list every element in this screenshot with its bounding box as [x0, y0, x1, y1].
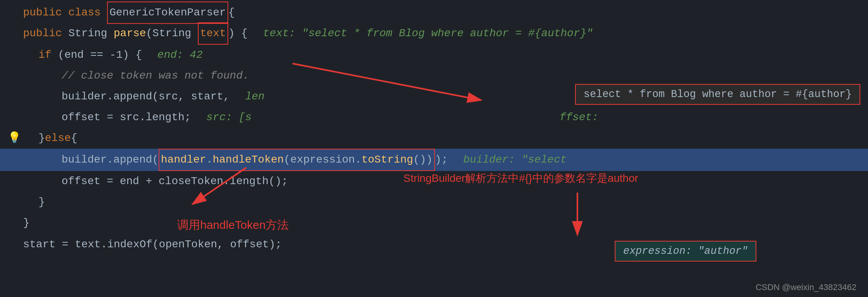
- paren-open: (String: [146, 23, 197, 44]
- code-line-3: if (end == -1) { end: 42: [0, 45, 868, 65]
- code-line-2: public String parse (String text ) { tex…: [0, 22, 868, 45]
- code-line-10: }: [0, 192, 868, 213]
- close-brace2: }: [23, 213, 30, 233]
- to-string: toString: [361, 154, 413, 166]
- offset-suffix: ffset:: [560, 107, 599, 128]
- code-line-7: 💡 } else {: [0, 128, 868, 149]
- code-line-4: // close token was not found.: [0, 65, 868, 86]
- class-open: {: [228, 2, 235, 23]
- line5-comment: len: [245, 86, 264, 107]
- dot2: .: [355, 154, 361, 166]
- if-cond: (end == -1) {: [52, 45, 142, 65]
- start-text: start = text.indexOf(openToken, offset);: [23, 234, 282, 255]
- dot1: .: [206, 154, 213, 166]
- offset-src: offset = src.length;: [62, 107, 191, 128]
- param-text-box: text: [198, 22, 228, 45]
- builder-append: builder.append(src, start,: [62, 86, 230, 107]
- code-line-1: public class GenericTokenParser {: [0, 0, 868, 22]
- expr-call: (expression: [284, 154, 355, 166]
- keyword-else: else: [45, 128, 71, 149]
- handler-method: handler: [161, 154, 206, 166]
- semi1: );: [435, 149, 448, 170]
- tooltip-expression-box: expression: "author": [615, 241, 756, 262]
- keyword-if: if: [38, 45, 52, 65]
- lightbulb-icon: 💡: [8, 128, 21, 149]
- tooltip-select-box: select * from Blog where author = #{auth…: [575, 84, 860, 105]
- space3: [107, 23, 114, 44]
- keyword-public-class: public class: [23, 2, 101, 23]
- else-open: {: [71, 128, 77, 149]
- annotation-handletoken: 调用handleToken方法: [177, 215, 289, 235]
- comment-close-token: // close token was not found.: [62, 65, 249, 86]
- space2: [62, 23, 69, 44]
- line6-comment: src: [s: [206, 107, 252, 128]
- paren-close: ) {: [228, 23, 248, 44]
- code-line-9: offset = end + closeToken.length(); Stri…: [0, 171, 868, 192]
- csdn-watermark: CSDN @weixin_43823462: [756, 282, 856, 292]
- close-brace1: }: [38, 192, 45, 213]
- call-parens: ()): [413, 154, 432, 166]
- space1: [101, 2, 107, 23]
- code-container: public class GenericTokenParser { public…: [0, 0, 868, 297]
- line3-comment: end: 42: [157, 45, 203, 65]
- handler-box: handler.handleToken(expression.toString(…: [159, 149, 435, 171]
- offset-end: offset = end + closeToken.length();: [62, 171, 288, 192]
- else-brace: }: [38, 128, 45, 149]
- builder-append2: builder.append(: [62, 149, 159, 170]
- keyword-public: public: [23, 23, 62, 44]
- handle-token: handleToken: [212, 154, 284, 166]
- type-string: String: [69, 23, 107, 44]
- line8-comment: builder: "select: [463, 149, 567, 170]
- tooltip-select-text: select * from Blog where author = #{auth…: [584, 89, 852, 100]
- annotation-stringbuilder: StringBuilder解析方法中#{}中的参数名字是author: [403, 168, 638, 189]
- tooltip-expression-text: expression: "author": [623, 245, 748, 257]
- class-name-box: GenericTokenParser: [107, 2, 228, 24]
- class-name: GenericTokenParser: [109, 7, 226, 18]
- method-parse: parse: [114, 23, 146, 44]
- line2-comment: text: "select * from Blog where author =…: [263, 23, 593, 44]
- code-line-11: } 调用handleToken方法: [0, 213, 868, 233]
- param-text: text: [200, 27, 226, 39]
- code-line-6: offset = src.length; src: [s ffset:: [0, 107, 868, 128]
